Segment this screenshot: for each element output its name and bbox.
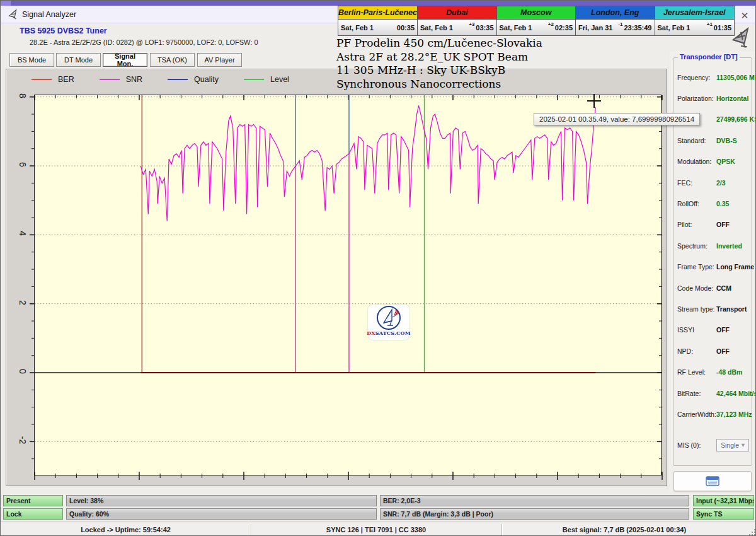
snr-meter: SNR: 7,7 dB (Margin: 3,3 dB | Poor)	[380, 508, 689, 520]
device-subtitle: 28.2E - Astra 2E/2F/2G (ID: 0282) @ LOF1…	[30, 38, 258, 46]
transponder-row: Standard:DVB-S	[677, 130, 749, 151]
status-divider	[501, 524, 502, 535]
y-axis-label: 4	[18, 227, 28, 240]
clock-dubai: Dubai Sat, Feb 1+303:35	[418, 6, 497, 35]
transponder-row: FEC:2/3	[677, 172, 749, 193]
transponder-row: Code Mode:CCM	[677, 277, 749, 298]
clock-london: London, Eng Fri, Jan 31-123:35:49	[576, 6, 655, 35]
annotation-line: PF Prodelin 450 cm/Lučenec-Slovakia	[336, 37, 542, 50]
value-tooltip: 2025-02-01 00.35.49, value: 7,6999998092…	[534, 113, 700, 125]
close-icon[interactable]: ✕	[736, 8, 753, 23]
status-best-signal: Best signal: 7,7 dB (2025-02-01 00:34)	[501, 522, 747, 536]
ts-tool-button[interactable]	[673, 471, 752, 491]
legend-line-icon	[100, 79, 120, 80]
chart-legend: BER SNR Quality Level	[32, 73, 306, 86]
transponder-title: Transponder [DT]	[678, 53, 740, 61]
mode-toolbar: BS Mode DT Mode Signal Mon. TSA (OK) AV …	[1, 51, 335, 69]
clock-jerusalem: Jerusalem-Israel Sat, Feb 1+101:35	[655, 6, 735, 35]
plot-area[interactable]	[34, 95, 662, 475]
transponder-row: NPD:OFF	[677, 341, 749, 361]
dxsatcs-logo: DXSATCS.COM	[368, 305, 410, 340]
tsa-button[interactable]: TSA (OK)	[150, 53, 195, 67]
mis-dropdown[interactable]: Single▼	[716, 439, 749, 452]
recorder-icon	[706, 476, 719, 486]
status-uptime: Locked -> Uptime: 59:54:42	[1, 522, 251, 536]
signal-analyzer-window: Signal Analyzer ✕ Berlin-Paris-Lučenec S…	[0, 0, 756, 536]
window-title: Signal Analyzer	[22, 10, 76, 19]
legend-line-icon	[168, 79, 188, 80]
quality-meter: Quality: 60%	[66, 508, 377, 520]
world-clocks-panel: Berlin-Paris-Lučenec Sat, Feb 100:35 Dub…	[338, 6, 735, 36]
status-bar: Locked -> Uptime: 59:54:42 SYNC 126 | TE…	[1, 521, 756, 536]
y-axis-label: -2	[18, 434, 28, 446]
transponder-row: CarrierWidth:37,123 MHz	[677, 404, 749, 424]
input-rate-indicator: Input (~32,31 Mbps)	[693, 495, 754, 506]
lock-indicator: Lock	[3, 508, 63, 520]
signal-mon-button[interactable]: Signal Mon.	[103, 53, 147, 67]
av-player-button[interactable]: AV Player	[197, 53, 242, 67]
logo-text: DXSATCS.COM	[367, 330, 411, 336]
level-meter: Level: 38%	[66, 495, 377, 506]
transponder-row: BitRate:42,464 Mbit/s	[677, 383, 749, 404]
status-counters: SYNC 126 | TEI 7091 | CC 3380	[251, 522, 501, 536]
browser-tab-strip	[1, 1, 756, 6]
transponder-row: Frequency:11305,006 MHz	[677, 67, 749, 88]
transponder-row: Frame Type:Long Frame	[677, 257, 749, 277]
satellite-dish-icon	[8, 9, 19, 22]
bs-mode-button[interactable]: BS Mode	[9, 53, 54, 67]
transponder-row: Spectrum:Inverted	[677, 235, 749, 256]
transponder-row: ISSYIOFF	[677, 320, 749, 341]
y-axis-label: 8	[18, 90, 28, 102]
annotation-line: Synchronous Nanocorrections	[336, 78, 542, 91]
annotation-line: 11 305 MHz-H : Sky UK-BSkyB	[336, 64, 542, 78]
chevron-down-icon: ▼	[740, 442, 748, 448]
signal-chart-panel: BER SNR Quality Level 86420-2 D	[6, 69, 667, 486]
clock-moscow: Moscow Sat, Feb 1+202:35	[497, 6, 576, 35]
present-indicator: Present	[3, 495, 63, 506]
legend-item-snr: SNR	[100, 75, 142, 84]
resize-grip[interactable]	[747, 527, 755, 535]
y-axis-label: 2	[18, 296, 28, 309]
legend-item-quality: Quality	[168, 75, 219, 84]
transponder-row: Polarization:Horizontal	[677, 88, 749, 108]
transponder-row: Stream type:Transport	[677, 298, 749, 319]
tab-fragment	[1, 1, 11, 6]
status-divider	[251, 524, 251, 535]
legend-item-level: Level	[244, 75, 289, 84]
y-axis-label: 0	[18, 365, 28, 378]
legend-item-ber: BER	[32, 75, 74, 84]
transponder-row: Modulation:QPSK	[677, 151, 749, 172]
transponder-row: RollOff:0.35	[677, 193, 749, 214]
device-title: TBS 5925 DVBS2 Tuner	[20, 26, 107, 35]
clock-berlin: Berlin-Paris-Lučenec Sat, Feb 100:35	[338, 6, 418, 35]
dt-mode-button[interactable]: DT Mode	[56, 53, 101, 67]
y-axis-label: 6	[18, 158, 28, 171]
sync-ts-indicator: Sync TS	[693, 508, 754, 520]
ber-meter: BER: 2,0E-3	[380, 495, 689, 506]
transponder-row: Pilot:OFF	[677, 214, 749, 235]
annotation-text: PF Prodelin 450 cm/Lučenec-Slovakia Astr…	[336, 37, 542, 91]
mis-row: MIS (0): Single▼	[677, 435, 749, 456]
transponder-row: RF Level:-48 dBm	[677, 361, 749, 382]
legend-line-icon	[32, 79, 52, 80]
annotation-line: Astra 2F at 28.2°E_UK SPOT Beam	[336, 50, 542, 64]
legend-line-icon	[244, 79, 264, 80]
